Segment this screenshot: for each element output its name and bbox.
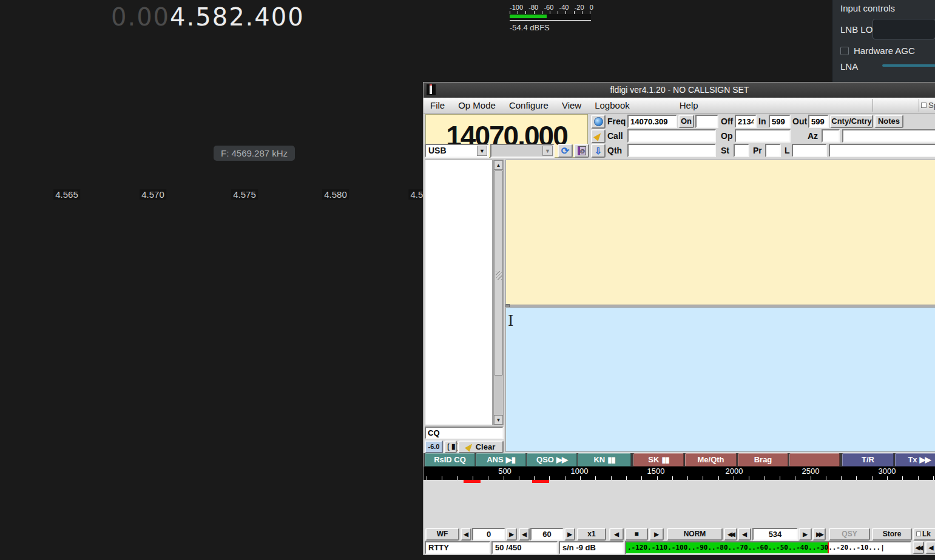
menu-opmode[interactable]: Op Mode [451, 100, 502, 110]
fldigi-app-icon [427, 84, 436, 95]
op-input[interactable] [735, 129, 791, 143]
arrow-left-button[interactable]: ◀ [925, 541, 935, 554]
macro-brag[interactable]: Brag [738, 453, 788, 467]
pr-input[interactable] [765, 144, 781, 157]
arrow-right-button[interactable]: ▶ [798, 528, 812, 541]
chevron-down-icon[interactable]: ▼ [477, 146, 487, 156]
fldigi-titlebar[interactable]: fldigi ver4.1.20 - NO CALLSIGN SET [424, 83, 935, 98]
mode-select[interactable]: USB▼ [425, 144, 489, 158]
notes-tab[interactable]: Notes [874, 115, 903, 128]
browser-squelch-button[interactable]: -6.0 [425, 440, 443, 453]
browser-search-input[interactable] [425, 427, 504, 439]
double-left-button[interactable]: ◀◀ [913, 541, 924, 554]
off-time-input[interactable] [735, 115, 757, 128]
secondary-select[interactable]: ▼ [490, 144, 555, 158]
arrow-left-button[interactable]: ◀ [609, 528, 624, 541]
freq-input[interactable] [627, 115, 677, 128]
lnb-lo-input[interactable] [873, 19, 935, 39]
qsy-button[interactable]: QSY [829, 528, 870, 541]
arrow-left-button[interactable]: ◀ [519, 528, 530, 541]
store-button[interactable]: Store [872, 528, 912, 541]
macro-bar: RsID CQ ANS▶▮ QSO▶▶ KN▮▮ SK▮▮ Me/Qth Bra… [424, 453, 935, 467]
loc-input[interactable] [792, 144, 827, 157]
browser-scrollbar[interactable]: ▲ ▼ [493, 160, 504, 425]
stop-button[interactable]: ■ [625, 528, 648, 541]
arrow-left-button[interactable]: ◀ [461, 528, 471, 541]
checkbox-icon[interactable] [840, 47, 849, 55]
browser-clear-button[interactable]: Clear [458, 440, 504, 453]
clear-label: Clear [476, 442, 496, 452]
lock-checkbox[interactable]: Lk [913, 528, 935, 541]
call-input[interactable] [627, 129, 716, 143]
lna-slider[interactable] [882, 64, 935, 67]
cnty-cntry-tab[interactable]: Cnty/Cntry [830, 115, 873, 128]
macro-qso[interactable]: QSO▶▶ [527, 453, 577, 467]
sync-button[interactable]: ⟳ [558, 144, 573, 158]
macro-sk[interactable]: SK▮▮ [633, 453, 684, 467]
lna-label: LNA [840, 61, 858, 72]
wf-offset-value[interactable]: 0 [472, 528, 505, 541]
carrier-value[interactable]: 534 [752, 528, 798, 541]
wf-rate-value[interactable]: 60 [530, 528, 564, 541]
rst-out-input[interactable] [808, 115, 829, 128]
checkbox-icon[interactable] [916, 531, 921, 536]
menu-view[interactable]: View [555, 100, 588, 110]
fldigi-title: fldigi ver4.1.20 - NO CALLSIGN SET [610, 85, 749, 95]
arrow-left-button[interactable]: ◀ [738, 528, 751, 541]
signal-browser[interactable] [425, 160, 493, 425]
macro-ans[interactable]: ANS▶▮ [476, 453, 526, 467]
arrow-right-button[interactable]: ▶ [564, 528, 575, 541]
macro-empty[interactable] [789, 453, 840, 467]
sdr-frequency-value: 4.582.400 [170, 3, 305, 31]
fldigi-waterfall[interactable] [424, 480, 935, 527]
menu-logbook[interactable]: Logbook [588, 100, 636, 110]
clear-log-fields-button[interactable] [591, 129, 606, 143]
extra-input[interactable] [829, 144, 935, 157]
status-mode[interactable]: RTTY [425, 541, 490, 555]
on-time-input[interactable] [695, 115, 718, 128]
save-qso-button[interactable]: ⇩ [591, 144, 606, 158]
norm-button[interactable]: NORM [667, 528, 723, 541]
browser-marker-button[interactable]: ❲▮❳ [444, 440, 457, 453]
menu-help[interactable]: Help [673, 100, 705, 110]
notes-input[interactable] [842, 129, 935, 143]
tx-text-area[interactable]: I [505, 307, 935, 452]
qth-input[interactable] [627, 144, 716, 157]
zoom-button[interactable]: x1 [577, 528, 606, 541]
arrow-right-button[interactable]: ▶ [506, 528, 517, 541]
macro-me-qth[interactable]: Me/Qth [685, 453, 737, 467]
macro-tx[interactable]: Tx▶▶ [895, 453, 935, 467]
spot-checkbox[interactable]: Spot [921, 101, 935, 110]
wf-mode-button[interactable]: WF [425, 528, 459, 541]
hardware-agc-checkbox[interactable]: Hardware AGC [840, 46, 915, 56]
macro-tr[interactable]: T/R [842, 453, 894, 467]
scroll-up-button[interactable]: ▲ [494, 160, 503, 170]
double-left-button[interactable]: ◀◀ [724, 528, 737, 541]
qrz-lookup-button[interactable] [591, 115, 606, 129]
arrow-right-button[interactable]: ▶ [649, 528, 664, 541]
az-input[interactable] [822, 129, 840, 143]
signal-marker [464, 480, 481, 483]
double-right-button[interactable]: ▶▶ [812, 528, 826, 541]
meter-tick: -80 [528, 4, 538, 11]
scrollbar-thumb[interactable] [494, 170, 503, 376]
st-input[interactable] [734, 144, 749, 157]
chevron-down-icon[interactable]: ▼ [542, 146, 553, 156]
checkbox-icon[interactable] [921, 103, 927, 108]
on-button[interactable]: On [678, 115, 694, 128]
fldigi-window: fldigi ver4.1.20 - NO CALLSIGN SET File … [423, 82, 935, 555]
logbook-button[interactable]: @ [574, 144, 589, 158]
macro-rsid-cq[interactable]: RsID CQ [425, 453, 475, 467]
out-label: Out [792, 116, 807, 126]
menu-configure[interactable]: Configure [502, 100, 555, 110]
macro-kn[interactable]: KN▮▮ [578, 453, 631, 467]
status-baud-shift[interactable]: 50 /450 [491, 541, 558, 555]
sdr-frequency-display[interactable]: 0.004.582.400 [111, 3, 305, 31]
menu-file[interactable]: File [424, 100, 451, 110]
waterfall-controls: WF ◀ 0 ▶ ◀ 60 ▶ x1 ◀ ■ ▶ NORM ◀◀ ◀ 534 ▶… [424, 527, 935, 541]
scroll-down-button[interactable]: ▼ [494, 415, 503, 425]
pr-label: Pr [753, 146, 762, 155]
rx-text-area[interactable] [505, 160, 935, 305]
rst-in-input[interactable] [769, 115, 791, 128]
sdr-spectrum[interactable] [0, 33, 427, 207]
